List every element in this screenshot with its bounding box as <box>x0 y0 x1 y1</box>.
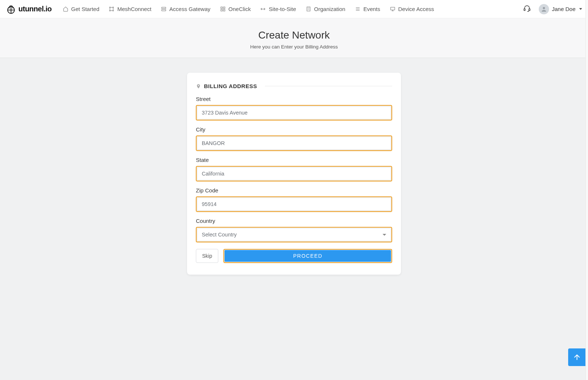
svg-point-2 <box>113 7 114 8</box>
section-title: BILLING ADDRESS <box>204 83 257 89</box>
field-country: Country Select Country <box>196 218 392 242</box>
nav-label: Get Started <box>71 6 100 12</box>
monitor-icon <box>390 6 395 12</box>
building-icon <box>306 6 311 12</box>
user-menu[interactable]: Jane Doe <box>539 4 582 14</box>
svg-rect-8 <box>223 7 225 8</box>
country-select-highlight: Select Country <box>196 227 392 242</box>
street-label: Street <box>196 96 392 102</box>
nav-meshconnect[interactable]: MeshConnect <box>109 6 151 12</box>
nav-get-started[interactable]: Get Started <box>63 6 100 12</box>
top-navbar: utunnel.io Get Started MeshConnect Acces… <box>0 0 588 18</box>
viewport-edge <box>585 0 588 380</box>
field-zip: Zip Code <box>196 187 392 212</box>
svg-rect-13 <box>524 8 525 10</box>
field-street: Street <box>196 96 392 120</box>
primary-nav: Get Started MeshConnect Access Gateway O… <box>63 6 523 12</box>
page-subtitle: Here you can Enter your Billing Address <box>0 44 588 50</box>
zip-label: Zip Code <box>196 187 392 193</box>
nav-oneclick[interactable]: OneClick <box>220 6 251 12</box>
user-name: Jane Doe <box>552 6 576 12</box>
city-input-highlight <box>196 135 392 151</box>
chevron-down-icon <box>383 234 386 236</box>
nav-label: OneClick <box>229 6 251 12</box>
lock-globe-icon <box>6 4 16 14</box>
scroll-to-top-button[interactable] <box>568 348 586 366</box>
nav-site-to-site[interactable]: Site-to-Site <box>260 6 296 12</box>
svg-point-3 <box>110 10 111 11</box>
skip-button[interactable]: Skip <box>196 249 218 263</box>
nav-label: Device Access <box>398 6 434 12</box>
nav-device-access[interactable]: Device Access <box>390 6 434 12</box>
svg-point-15 <box>543 7 545 9</box>
map-pin-icon <box>196 83 201 89</box>
arrow-up-icon <box>573 353 581 361</box>
server-icon <box>161 6 166 12</box>
billing-card: BILLING ADDRESS Street City State Zip Co… <box>187 73 401 275</box>
proceed-highlight: PROCEED <box>223 249 392 263</box>
page-title: Create Network <box>0 29 588 41</box>
svg-rect-12 <box>390 7 394 10</box>
proceed-button[interactable]: PROCEED <box>225 250 391 262</box>
chevron-down-icon <box>579 8 582 10</box>
support-icon[interactable] <box>523 5 531 14</box>
list-icon <box>355 6 361 12</box>
city-input[interactable] <box>197 137 391 150</box>
svg-rect-7 <box>220 7 222 8</box>
street-input[interactable] <box>197 106 391 119</box>
nav-organization[interactable]: Organization <box>306 6 345 12</box>
svg-rect-6 <box>162 10 166 11</box>
svg-rect-14 <box>529 8 530 10</box>
zip-input[interactable] <box>197 198 391 211</box>
form-actions: Skip PROCEED <box>196 249 392 263</box>
home-icon <box>63 6 68 12</box>
field-city: City <box>196 126 392 151</box>
country-label: Country <box>196 218 392 224</box>
brand-logo[interactable]: utunnel.io <box>6 4 52 14</box>
svg-rect-11 <box>307 7 310 11</box>
svg-rect-9 <box>220 10 222 11</box>
grid-icon <box>220 6 226 12</box>
state-input[interactable] <box>197 167 391 180</box>
svg-point-1 <box>110 7 111 8</box>
section-header: BILLING ADDRESS <box>196 83 392 89</box>
nav-label: Access Gateway <box>169 6 211 12</box>
state-label: State <box>196 157 392 163</box>
svg-point-4 <box>113 10 114 11</box>
section-divider <box>265 86 392 86</box>
nav-right: Jane Doe <box>523 4 582 14</box>
page-header: Create Network Here you can Enter your B… <box>0 18 588 58</box>
street-input-highlight <box>196 105 392 120</box>
svg-rect-5 <box>162 7 166 9</box>
mesh-icon <box>109 6 114 12</box>
country-select[interactable]: Select Country <box>197 228 391 241</box>
field-state: State <box>196 157 392 181</box>
nav-label: Site-to-Site <box>269 6 296 12</box>
zip-input-highlight <box>196 196 392 212</box>
city-label: City <box>196 126 392 133</box>
state-input-highlight <box>196 166 392 181</box>
country-select-value: Select Country <box>202 232 237 238</box>
avatar <box>539 4 549 14</box>
svg-rect-10 <box>223 10 225 11</box>
nav-events[interactable]: Events <box>355 6 380 12</box>
exchange-icon <box>260 6 266 12</box>
nav-label: Events <box>363 6 380 12</box>
nav-label: Organization <box>314 6 345 12</box>
nav-access-gateway[interactable]: Access Gateway <box>161 6 211 12</box>
brand-text: utunnel.io <box>18 5 52 13</box>
nav-label: MeshConnect <box>117 6 151 12</box>
